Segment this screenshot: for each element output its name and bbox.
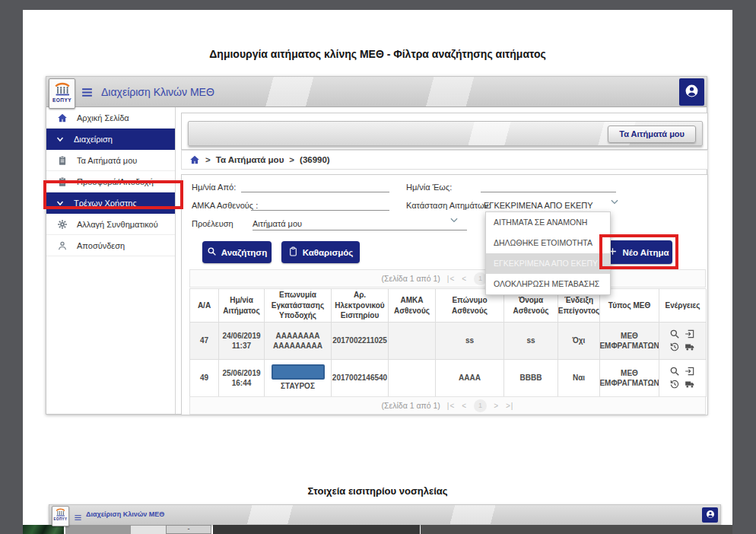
new-request-button[interactable]: Νέο Αίτημα (605, 240, 672, 264)
icu-line1: ΜΕΘ (621, 368, 638, 379)
ambulance-truck-icon[interactable] (685, 379, 695, 389)
status-label: Κατάσταση Αιτημάτων: (406, 201, 491, 210)
date-to-input[interactable] (481, 181, 616, 192)
cell-actions (659, 360, 707, 397)
clear-button[interactable]: Καθαρισμός (281, 241, 360, 263)
time: 16:44 (232, 378, 252, 389)
user-account-button[interactable] (679, 78, 704, 106)
user-icon (706, 508, 715, 522)
chevron-down-icon (56, 135, 65, 144)
dropdown-option-readiness[interactable]: ΔΗΛΩΘΗΚΕ ΕΤΟΙΜΟΤΗΤΑ (486, 233, 610, 253)
icu-line2: ΕΜΦΡΑΓΜΑΤΩΝ (600, 378, 659, 389)
dropdown-option-completed[interactable]: ΟΛΟΚΛΗΡΩΣΗ ΜΕΤΑΒΑΣΗΣ (486, 274, 610, 294)
eopyy-logo-icon (55, 507, 66, 517)
sidebar-section-current-user[interactable]: Τρέχων Χρήστης (46, 192, 175, 214)
cell-icu-type: ΜΕΘ ΕΜΦΡΑΓΜΑΤΩΝ (600, 360, 659, 397)
facility-line2: ΣΤΑΥΡΟΣ (281, 381, 315, 392)
date-from-label: Ημ/νία Από: (192, 183, 236, 192)
chevron-down-icon[interactable] (449, 215, 459, 225)
cell-ticket-number: 2017002146540 (332, 360, 389, 397)
date-to-label: Ημ/νία Έως: (406, 183, 452, 192)
redaction-box (272, 364, 325, 380)
view-search-icon[interactable] (669, 366, 680, 377)
cell-seq: 49 (190, 360, 219, 397)
col-header: Α/Α (190, 289, 219, 323)
table-row: 49 25/06/2019 16:44 ΣΤΑΥΡΟΣ 201700214654… (190, 360, 706, 397)
chevron-down-icon[interactable] (609, 196, 620, 207)
sidebar-nav: Αρχική Σελίδα Διαχείριση Τα Αιτήματά μου… (46, 107, 176, 414)
facility-line1: ΑΑΑΑΑΑΑΑ (276, 331, 320, 342)
pagination-top: (Σελίδα 1 από 1) |< < 1 > >| (189, 269, 706, 288)
search-button-label: Αναζήτηση (221, 248, 267, 257)
clipboard-icon (57, 176, 68, 187)
date-from-input[interactable] (241, 181, 389, 192)
eopyy-logo: ΕΟΠΥΥ (52, 506, 69, 526)
user-account-button[interactable] (702, 507, 718, 523)
gear-icon (57, 219, 68, 230)
pagination-prev-icon[interactable]: < (462, 402, 467, 410)
breadcrumb-item-my-requests[interactable]: Τα Αιτήματά μου (216, 155, 284, 164)
col-header: Ημ/νία Αιτήματος (219, 289, 265, 323)
eopyy-logo-icon (53, 81, 71, 97)
origin-select-value[interactable]: Αιτήματά μου (253, 219, 302, 228)
sidebar-item-home[interactable]: Αρχική Σελίδα (46, 107, 175, 129)
dropdown-option-approved[interactable]: ΕΓΚΕΚΡΙΜΕΝΑ ΑΠΟ ΕΚΕΠΥ (486, 253, 610, 274)
hamburger-menu-icon[interactable] (81, 86, 94, 99)
status-dropdown-menu: ΑΙΤΗΜΑΤΑ ΣΕ ΑΝΑΜΟΝΗ ΔΗΛΩΘΗΚΕ ΕΤΟΙΜΟΤΗΤΑ … (485, 211, 611, 295)
screenshot-canvas: Δημιουργία αιτήματος κλίνης ΜΕΘ - Φίλτρα… (0, 0, 756, 534)
pagination-first-icon[interactable]: |< (447, 275, 455, 283)
sidebar-item-label: Αρχική Σελίδα (77, 113, 129, 122)
chevron-down-icon (56, 199, 65, 208)
app-title: Διαχείριση Κλινών ΜΕΘ (86, 505, 164, 524)
person-icon (57, 240, 68, 251)
sidebar-section-label: Τρέχων Χρήστης (74, 199, 137, 208)
cell-amka (389, 323, 436, 360)
view-search-icon[interactable] (669, 329, 680, 339)
cell-actions (659, 323, 707, 360)
pagination-last-icon[interactable]: >| (506, 402, 513, 410)
cell-ticket-number: 2017002211025 (332, 323, 389, 360)
cropped-gray-block (65, 525, 131, 534)
tab-my-requests[interactable]: Τα Αιτήματά μου (608, 126, 696, 143)
pagination-next-icon[interactable]: > (494, 402, 499, 410)
clipboard-icon (57, 155, 68, 166)
home-icon[interactable] (189, 154, 200, 165)
content-toolbar: Τα Αιτήματά μου (188, 121, 703, 146)
sidebar-item-label: Τα Αιτήματά μου (77, 156, 137, 165)
eopyy-logo: ΕΟΠΥΥ (49, 78, 75, 109)
cell-amka (389, 360, 436, 397)
cropped-dark-block-2 (421, 525, 732, 534)
history-clock-icon[interactable] (669, 379, 680, 389)
cell-urgent: Όχι (558, 323, 600, 360)
pagination-first-icon[interactable]: |< (447, 402, 455, 410)
sidebar-section-management[interactable]: Διαχείριση (46, 129, 175, 150)
clear-button-label: Καθαρισμός (303, 248, 354, 257)
history-clock-icon[interactable] (669, 342, 680, 352)
sidebar-item-logout[interactable]: Αποσύνδεση (46, 235, 175, 256)
requests-table: Α/Α Ημ/νία Αιτήματος Επωνυμία Εγκατάστασ… (189, 288, 706, 397)
sidebar-item-change-password[interactable]: Αλλαγή Συνθηματικού (46, 214, 175, 235)
pagination-prev-icon[interactable]: < (462, 275, 467, 283)
origin-select-underline (253, 230, 467, 230)
transfer-exit-icon[interactable] (685, 329, 695, 339)
sidebar-item-my-requests[interactable]: Τα Αιτήματά μου (46, 150, 175, 171)
date: 24/06/2019 (222, 331, 260, 342)
sidebar-item-label: Αλλαγή Συνθηματικού (77, 220, 158, 229)
transfer-exit-icon[interactable] (685, 366, 695, 377)
col-header: Επωνυμία Εγκατάστασης Υποδοχής (265, 289, 332, 323)
pagination-bottom: (Σελίδα 1 από 1) |< < 1 > >| (189, 396, 706, 415)
cell-seq: 47 (190, 323, 219, 360)
ambulance-truck-icon[interactable] (685, 342, 695, 352)
amka-label: ΑΜΚΑ Ασθενούς : (192, 201, 258, 210)
hamburger-menu-icon[interactable] (74, 511, 82, 520)
sidebar-section-label: Διαχείριση (74, 135, 113, 144)
search-button[interactable]: Αναζήτηση (202, 241, 272, 263)
pagination-page-1[interactable]: 1 (474, 399, 487, 412)
amka-input[interactable] (251, 199, 389, 211)
dropdown-option-pending[interactable]: ΑΙΤΗΜΑΤΑ ΣΕ ΑΝΑΜΟΝΗ (486, 212, 610, 233)
sidebar-item-offer-accept[interactable]: Προσφορά/Αποδοχή (46, 171, 175, 192)
cropped-light-block (131, 525, 166, 534)
icu-line1: ΜΕΘ (621, 331, 638, 342)
cell-surname: ss (436, 323, 504, 360)
status-select-value[interactable]: ΕΓΚΕΚΡΙΜΕΝΑ ΑΠΟ ΕΚΕΠΥ (484, 201, 593, 210)
